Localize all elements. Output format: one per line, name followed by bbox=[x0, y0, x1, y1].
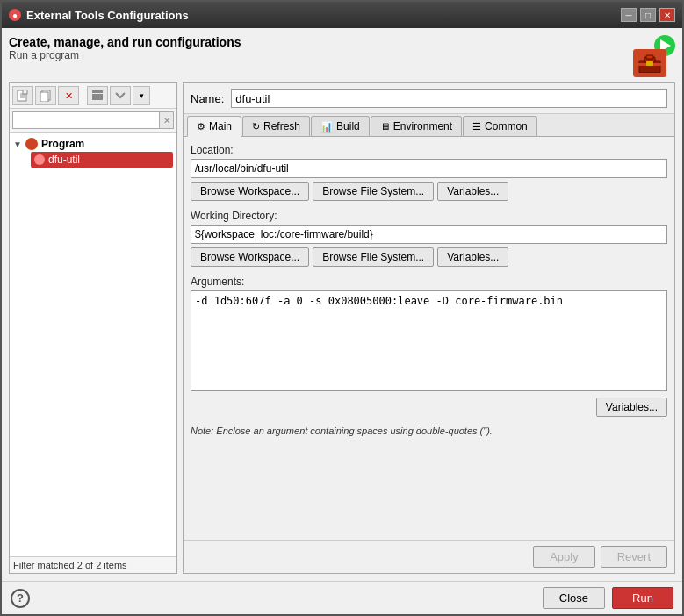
refresh-tab-label: Refresh bbox=[263, 120, 300, 133]
build-tab-icon: 📊 bbox=[320, 121, 333, 133]
search-input[interactable] bbox=[12, 111, 160, 129]
tree-area: ▼ Program dfu-util bbox=[10, 133, 176, 556]
tabs-bar: ⚙ Main ↻ Refresh 📊 Build 🖥 Environment bbox=[184, 114, 674, 137]
copy-icon bbox=[40, 90, 52, 102]
working-dir-label: Working Directory: bbox=[191, 210, 667, 222]
main-tab-label: Main bbox=[209, 120, 232, 133]
delete-config-button[interactable]: ✕ bbox=[58, 86, 79, 105]
working-dir-input[interactable] bbox=[191, 225, 667, 244]
right-panel: Name: ⚙ Main ↻ Refresh 📊 Build bbox=[183, 82, 675, 574]
common-tab-icon: ☰ bbox=[472, 121, 481, 133]
common-tab-label: Common bbox=[485, 120, 528, 133]
name-row: Name: bbox=[184, 83, 674, 114]
title-bar-left: ● External Tools Configurations bbox=[9, 9, 189, 22]
apply-button[interactable]: Apply bbox=[533, 546, 595, 568]
workdir-browse-filesystem-button[interactable]: Browse File System... bbox=[313, 247, 434, 267]
main-window: ● External Tools Configurations ─ □ ✕ Cr… bbox=[0, 0, 684, 616]
window-icon: ● bbox=[9, 9, 21, 21]
svg-rect-12 bbox=[92, 90, 103, 93]
collapse-icon bbox=[91, 90, 104, 102]
header-icon bbox=[633, 35, 675, 77]
svg-rect-9 bbox=[23, 90, 27, 94]
location-browse-workspace-button[interactable]: Browse Workspace... bbox=[191, 182, 309, 201]
environment-tab-icon: 🖥 bbox=[380, 121, 390, 132]
content-area: Create, manage, and run configurations R… bbox=[2, 28, 682, 581]
arguments-section: Arguments: Variables... bbox=[191, 276, 667, 417]
help-button[interactable]: ? bbox=[11, 589, 30, 608]
tab-common[interactable]: ☰ Common bbox=[463, 116, 537, 136]
filter-status: Filter matched 2 of 2 items bbox=[13, 560, 127, 570]
working-dir-browse-row: Browse Workspace... Browse File System..… bbox=[191, 247, 667, 267]
tab-content: Location: Browse Workspace... Browse Fil… bbox=[184, 137, 674, 540]
dropdown-button[interactable]: ▾ bbox=[133, 86, 150, 105]
header-text: Create, manage, and run configurations R… bbox=[9, 35, 241, 61]
location-browse-filesystem-button[interactable]: Browse File System... bbox=[313, 182, 434, 201]
environment-tab-label: Environment bbox=[393, 120, 452, 133]
tab-build[interactable]: 📊 Build bbox=[311, 116, 370, 136]
header-section: Create, manage, and run configurations R… bbox=[9, 35, 675, 77]
main-layout: ✕ ▾ bbox=[9, 82, 675, 574]
tree-arrow: ▼ bbox=[13, 140, 22, 149]
revert-button[interactable]: Revert bbox=[601, 546, 667, 568]
search-box: ✕ bbox=[10, 109, 176, 133]
new-icon bbox=[17, 90, 29, 102]
tab-environment[interactable]: 🖥 Environment bbox=[371, 116, 462, 136]
tab-main[interactable]: ⚙ Main bbox=[187, 116, 241, 137]
svg-rect-2 bbox=[646, 55, 653, 59]
footer-buttons: Close Run bbox=[543, 587, 673, 609]
location-variables-button[interactable]: Variables... bbox=[437, 182, 508, 201]
location-label: Location: bbox=[191, 144, 667, 156]
copy-config-button[interactable] bbox=[35, 86, 56, 105]
tree-parent-program[interactable]: ▼ Program bbox=[13, 136, 173, 152]
close-button[interactable]: Close bbox=[543, 587, 605, 609]
header-subtitle: Run a program bbox=[9, 49, 241, 61]
header-title: Create, manage, and run configurations bbox=[9, 35, 241, 49]
tree-item-label: dfu-util bbox=[48, 154, 80, 166]
tree-group: ▼ Program dfu-util bbox=[13, 136, 173, 168]
toolbar-separator bbox=[83, 87, 83, 104]
new-config-button[interactable] bbox=[12, 86, 33, 105]
svg-rect-13 bbox=[92, 94, 103, 97]
tree-item-icon bbox=[34, 154, 45, 165]
expand-icon bbox=[114, 90, 126, 102]
bottom-section: Apply Revert bbox=[184, 540, 674, 573]
working-dir-section: Working Directory: Browse Workspace... B… bbox=[191, 210, 667, 267]
left-panel: ✕ ▾ bbox=[9, 82, 177, 574]
note-text: Note: Enclose an argument containing spa… bbox=[191, 426, 667, 436]
window-title: External Tools Configurations bbox=[26, 9, 189, 22]
minimize-button[interactable]: ─ bbox=[621, 8, 637, 22]
expand-button[interactable] bbox=[110, 86, 131, 105]
name-input[interactable] bbox=[231, 89, 667, 108]
collapse-button[interactable] bbox=[87, 86, 108, 105]
arguments-label: Arguments: bbox=[191, 276, 667, 288]
svg-rect-14 bbox=[92, 97, 103, 100]
name-label: Name: bbox=[191, 92, 224, 105]
tab-refresh[interactable]: ↻ Refresh bbox=[242, 116, 310, 136]
location-input[interactable] bbox=[191, 159, 667, 178]
refresh-tab-icon: ↻ bbox=[252, 121, 260, 133]
arguments-variables-row: Variables... bbox=[191, 398, 667, 417]
toolbox-icon bbox=[633, 49, 666, 77]
tree-children: dfu-util bbox=[31, 152, 173, 168]
title-bar: ● External Tools Configurations ─ □ ✕ bbox=[2, 2, 682, 28]
search-clear-button[interactable]: ✕ bbox=[160, 111, 174, 129]
maximize-button[interactable]: □ bbox=[640, 8, 656, 22]
run-button[interactable]: Run bbox=[612, 587, 673, 609]
location-section: Location: Browse Workspace... Browse Fil… bbox=[191, 144, 667, 201]
filter-bar: Filter matched 2 of 2 items bbox=[10, 556, 176, 573]
build-tab-label: Build bbox=[336, 120, 360, 133]
main-tab-icon: ⚙ bbox=[197, 121, 205, 133]
tree-item[interactable]: dfu-util bbox=[31, 152, 173, 168]
svg-rect-11 bbox=[40, 92, 48, 102]
program-icon bbox=[25, 138, 38, 150]
arguments-textarea[interactable] bbox=[191, 290, 667, 391]
tree-parent-label: Program bbox=[41, 138, 84, 150]
window-footer: ? Close Run bbox=[2, 581, 682, 614]
title-bar-controls: ─ □ ✕ bbox=[621, 8, 675, 22]
close-window-button[interactable]: ✕ bbox=[659, 8, 675, 22]
arguments-variables-button[interactable]: Variables... bbox=[596, 398, 667, 417]
location-browse-row: Browse Workspace... Browse File System..… bbox=[191, 182, 667, 201]
svg-rect-4 bbox=[646, 61, 653, 66]
workdir-variables-button[interactable]: Variables... bbox=[437, 247, 508, 267]
workdir-browse-workspace-button[interactable]: Browse Workspace... bbox=[191, 247, 309, 267]
